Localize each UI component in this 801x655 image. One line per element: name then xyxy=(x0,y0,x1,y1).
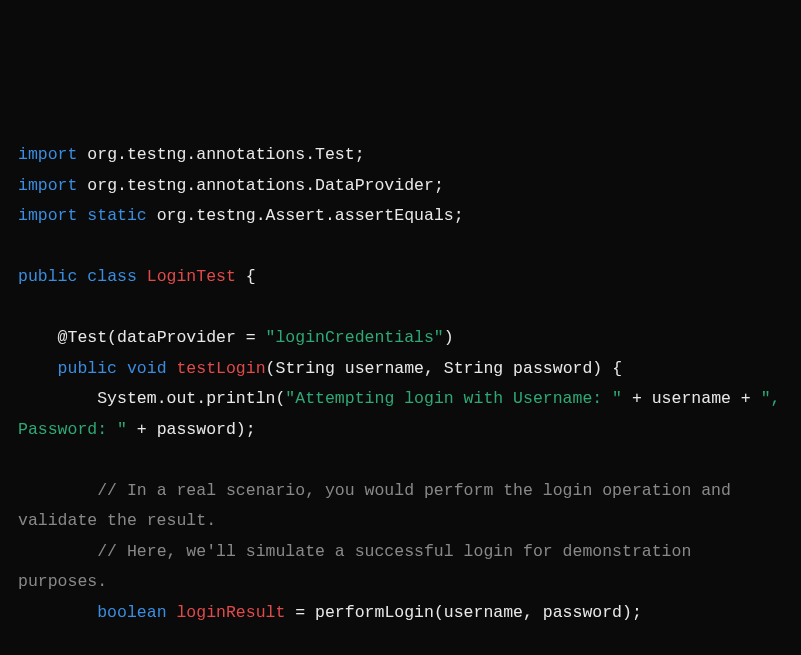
code-line: import static org.testng.Assert.assertEq… xyxy=(18,201,783,232)
method-name: testLogin xyxy=(176,359,265,378)
keyword-import: import xyxy=(18,206,77,225)
code-line: boolean loginResult = performLogin(usern… xyxy=(18,598,783,629)
paren: ) xyxy=(444,328,454,347)
class-name: LoginTest xyxy=(147,267,236,286)
code-line: public void testLogin(String username, S… xyxy=(18,354,783,385)
operator: + username + xyxy=(622,389,761,408)
comment: // In a real scenario, you would perform… xyxy=(18,481,741,531)
keyword-public: public xyxy=(18,267,77,286)
blank-line xyxy=(18,232,783,263)
statement: = performLogin(username, password); xyxy=(285,603,641,622)
operator: + password); xyxy=(127,420,256,439)
indent xyxy=(18,481,97,500)
indent xyxy=(18,542,97,561)
variable-name: loginResult xyxy=(167,603,286,622)
string-literal: "Attempting login with Username: " xyxy=(285,389,622,408)
package-path: org.testng.annotations.DataProvider; xyxy=(77,176,443,195)
code-editor: import org.testng.annotations.Test;impor… xyxy=(18,140,783,655)
keyword-void: void xyxy=(117,359,176,378)
code-line: import org.testng.annotations.DataProvid… xyxy=(18,171,783,202)
statement: System.out.println( xyxy=(97,389,285,408)
indent xyxy=(18,359,58,378)
code-line: System.out.println("Attempting login wit… xyxy=(18,384,783,445)
package-path: org.testng.Assert.assertEquals; xyxy=(147,206,464,225)
package-path: org.testng.annotations.Test; xyxy=(77,145,364,164)
blank-line xyxy=(18,445,783,476)
code-line: public class LoginTest { xyxy=(18,262,783,293)
indent xyxy=(18,328,58,347)
indent xyxy=(18,603,97,622)
keyword-import: import xyxy=(18,145,77,164)
code-line: @Test(dataProvider = "loginCredentials") xyxy=(18,323,783,354)
blank-line xyxy=(18,293,783,324)
string-literal: "loginCredentials" xyxy=(266,328,444,347)
comment: // Here, we'll simulate a successful log… xyxy=(18,542,701,592)
code-line: // In a real scenario, you would perform… xyxy=(18,476,783,537)
keyword-class: class xyxy=(77,267,146,286)
keyword-boolean: boolean xyxy=(97,603,166,622)
params: (String username, String password) { xyxy=(266,359,622,378)
keyword-public: public xyxy=(58,359,117,378)
indent xyxy=(18,389,97,408)
keyword-import: import xyxy=(18,176,77,195)
code-line: // Here, we'll simulate a successful log… xyxy=(18,537,783,598)
annotation: @Test(dataProvider = xyxy=(58,328,266,347)
brace: { xyxy=(236,267,256,286)
blank-line xyxy=(18,628,783,655)
code-line: import org.testng.annotations.Test; xyxy=(18,140,783,171)
keyword-static: static xyxy=(77,206,146,225)
